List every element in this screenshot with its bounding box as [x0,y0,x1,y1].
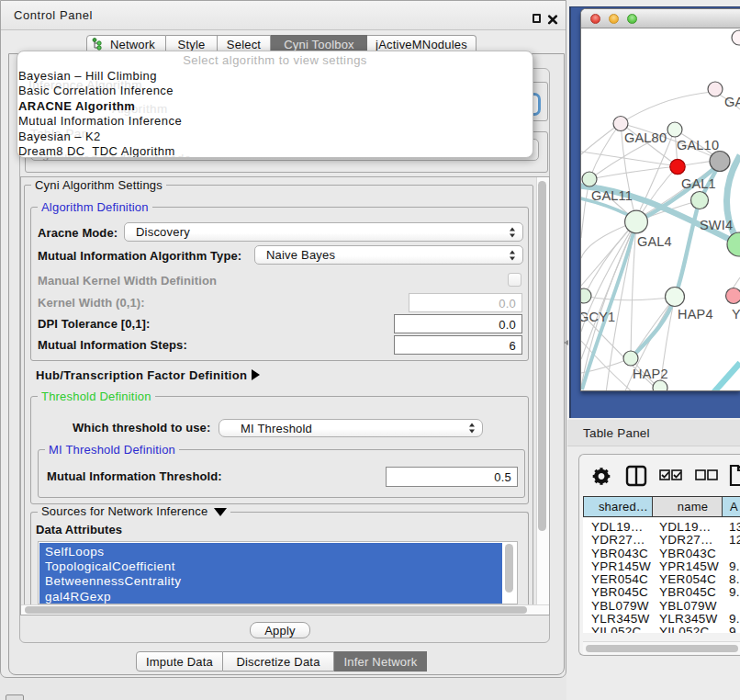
svg-text:SWI4: SWI4 [700,218,733,232]
svg-text:GAL4: GAL4 [637,234,672,249]
svg-text:HAP2: HAP2 [633,367,668,381]
svg-text:GAL11: GAL11 [591,188,633,203]
svg-text:HAP4: HAP4 [678,307,713,322]
svg-text:Y: Y [732,307,740,322]
svg-text:GAL: GAL [724,95,740,109]
svg-text:GAL1: GAL1 [681,176,716,191]
svg-text:GAL80: GAL80 [624,130,667,145]
svg-text:GCY1: GCY1 [581,310,615,324]
svg-text:GAL10: GAL10 [677,138,719,152]
